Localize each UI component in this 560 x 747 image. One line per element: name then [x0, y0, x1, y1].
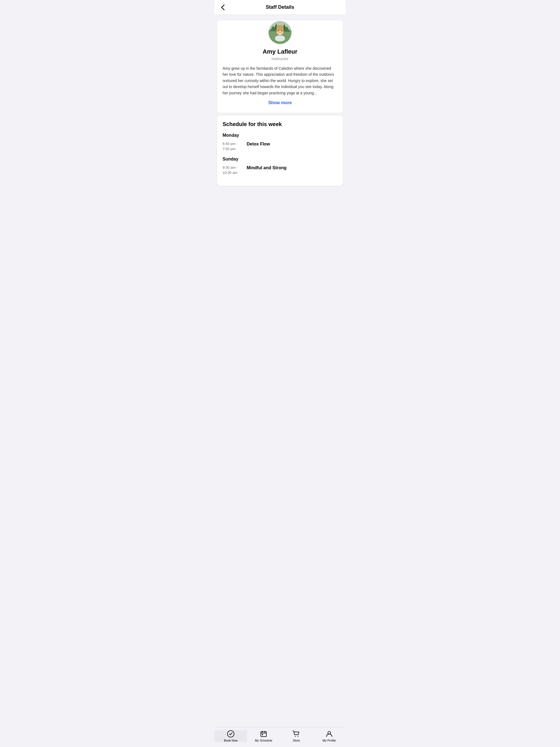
back-button[interactable] [219, 3, 227, 11]
show-more-button[interactable]: Show more [268, 99, 292, 106]
staff-bio: Amy grew up in the farmlands of Caledon … [223, 66, 337, 96]
main-content: Amy Lafleur Instructor Amy grew up in th… [214, 15, 346, 747]
svg-rect-9 [282, 27, 284, 32]
svg-point-12 [281, 30, 282, 31]
profile-card: Amy Lafleur Instructor Amy grew up in th… [217, 20, 343, 113]
page-title: Staff Details [266, 4, 294, 10]
nav-book-now[interactable]: Book Now [214, 730, 247, 742]
class-row-mindful-strong: 9:30 am - 10:30 am Mindful and Strong [223, 165, 337, 176]
nav-store[interactable]: Store [280, 730, 313, 742]
avatar [268, 20, 292, 45]
schedule-title: Schedule for this week [223, 121, 337, 127]
store-icon [292, 730, 300, 738]
my-profile-icon [325, 730, 333, 738]
class-time-detox-flow: 6:40 pm - 7:50 pm [223, 141, 242, 152]
nav-my-profile-label: My Profile [323, 739, 336, 742]
book-now-icon [227, 730, 235, 738]
nav-my-profile[interactable]: My Profile [313, 730, 346, 742]
day-section-sunday: Sunday 9:30 am - 10:30 am Mindful and St… [223, 157, 337, 176]
nav-my-schedule[interactable]: My Schedule [247, 730, 280, 742]
nav-store-label: Store [293, 739, 300, 742]
svg-point-10 [275, 35, 285, 41]
staff-role: Instructor [223, 56, 337, 61]
header: Staff Details [214, 0, 346, 15]
svg-point-16 [295, 736, 296, 737]
nav-my-schedule-label: My Schedule [255, 739, 272, 742]
svg-point-17 [298, 736, 299, 737]
schedule-card: Schedule for this week Monday 6:40 pm - … [217, 115, 343, 186]
class-time-mindful-strong: 9:30 am - 10:30 am [223, 165, 242, 176]
svg-rect-14 [261, 732, 266, 737]
class-name-mindful-strong: Mindful and Strong [247, 165, 286, 170]
svg-point-13 [228, 730, 234, 737]
svg-point-11 [278, 30, 279, 31]
bottom-nav: Book Now My Schedule Store [214, 727, 346, 747]
nav-book-now-label: Book Now [224, 739, 238, 742]
staff-name: Amy Lafleur [223, 48, 337, 55]
svg-rect-8 [276, 27, 278, 32]
svg-rect-15 [262, 734, 263, 735]
day-label-monday: Monday [223, 133, 337, 138]
day-section-monday: Monday 6:40 pm - 7:50 pm Detox Flow [223, 133, 337, 152]
my-schedule-icon [260, 730, 268, 738]
class-name-detox-flow: Detox Flow [247, 141, 270, 147]
avatar-container [223, 20, 337, 45]
class-row-detox-flow: 6:40 pm - 7:50 pm Detox Flow [223, 141, 337, 152]
day-label-sunday: Sunday [223, 157, 337, 162]
